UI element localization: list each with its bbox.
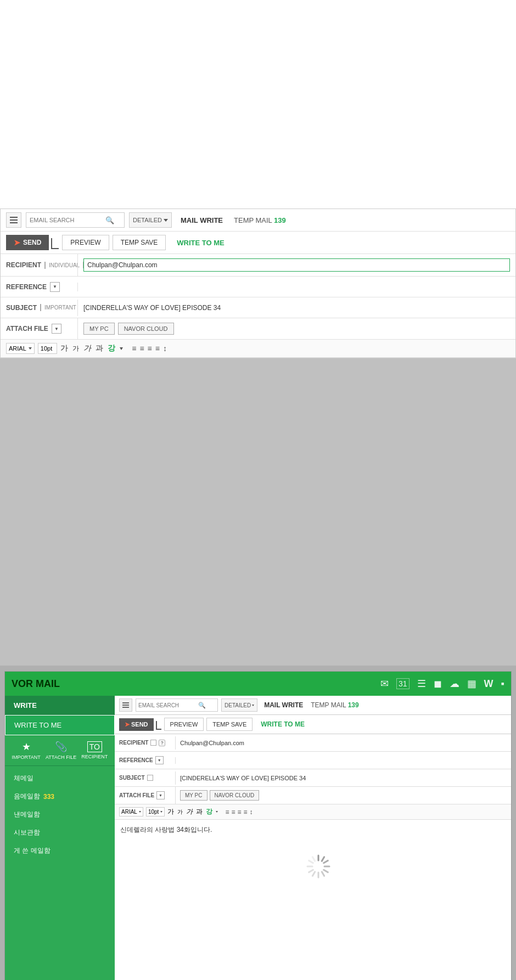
search-box-1: 🔍 <box>26 212 125 228</box>
sidebar-attach-icon[interactable]: 📎 ATTACH FILE <box>46 741 76 760</box>
grid-icon[interactable]: ▦ <box>467 678 476 690</box>
app-reference-dropdown-icon[interactable]: ▼ <box>155 756 164 764</box>
mail-icon[interactable]: ✉ <box>380 678 389 690</box>
app-align-right-button[interactable]: ≡ <box>237 808 241 816</box>
app-char-ga-italic[interactable]: 가 <box>186 807 193 816</box>
app-help-badge[interactable]: ? <box>159 740 165 746</box>
cloud-icon[interactable]: ☁ <box>450 678 459 690</box>
app-line-height-button[interactable]: ↕ <box>249 808 253 816</box>
app-char-gwa[interactable]: 과 <box>196 807 203 816</box>
app-attach-dropdown-icon[interactable]: ▼ <box>156 791 165 799</box>
app-recipient-row: RECIPIENT ? Chulpan@Chulpan.com <box>115 734 511 752</box>
app-detailed-button[interactable]: DETAILED <box>221 699 257 712</box>
send-button-1[interactable]: ➤ SEND <box>6 235 49 250</box>
korean-char-gang-1[interactable]: 강 <box>108 343 115 353</box>
font-select-1[interactable]: ARIAL <box>6 343 35 354</box>
font-arrow-icon-1 <box>29 347 32 350</box>
menu-button-1[interactable] <box>6 212 21 228</box>
attach-row-1: ATTACH FILE ▼ MY PC NAVOR CLOUD <box>1 318 515 340</box>
reference-dropdown-icon-1[interactable]: ▼ <box>50 282 60 292</box>
svg-line-10 <box>309 860 313 863</box>
align-justify-button-1[interactable]: ≡ <box>155 344 160 353</box>
size-select-1[interactable]: 10pt <box>38 343 57 354</box>
korean-char-ga-small-1[interactable]: 가 <box>72 344 79 353</box>
attach-dropdown-icon-1[interactable]: ▼ <box>52 324 61 334</box>
compose-panel-1: 🔍 DETAILED MAIL WRITE TEMP MAIL 139 ➤ SE… <box>0 209 516 358</box>
app-preview-button[interactable]: PREVIEW <box>164 718 204 731</box>
app-align-left-button[interactable]: ≡ <box>225 808 229 816</box>
reference-row-1: REFERENCE ▼ <box>1 277 515 297</box>
navor-cloud-button-1[interactable]: NAVOR CLOUD <box>118 323 174 335</box>
app-editor-body[interactable]: 신데렐라의 사랑법 34화입니다. <box>115 820 511 980</box>
app-char-ga[interactable]: 가 <box>167 807 174 816</box>
cursor-icon <box>51 238 59 249</box>
app-reference-row: REFERENCE ▼ <box>115 752 511 769</box>
sidebar-item-sibokwan[interactable]: 시보관함 <box>5 824 115 842</box>
svg-line-2 <box>324 860 328 863</box>
editor-toolbar-1: ARIAL 10pt 가 가 가 과 강 ≡ ≡ ≡ ≡ ↕ <box>1 340 515 358</box>
app-search-input[interactable] <box>136 702 197 708</box>
detailed-button-1[interactable]: DETAILED <box>129 212 172 228</box>
app-temp-save-button[interactable]: TEMP SAVE <box>206 718 253 731</box>
align-center-button-1[interactable]: ≡ <box>139 344 144 353</box>
app-search-icon[interactable]: 🔍 <box>197 702 207 709</box>
middle-spacer <box>0 358 516 666</box>
loading-spinner <box>305 853 332 882</box>
app-char-ga2[interactable]: 가 <box>177 808 183 816</box>
write-to-me-button-1[interactable]: WRITE TO ME <box>169 235 232 250</box>
app-editor-toolbar: ARIAL 10pt 가 가 가 과 강 <box>115 804 511 820</box>
korean-dropdown-icon-1[interactable] <box>120 347 123 350</box>
individual-checkbox-1[interactable] <box>44 262 46 269</box>
more-icon[interactable]: ▪ <box>501 678 504 690</box>
line-height-button-1[interactable]: ↕ <box>163 344 167 353</box>
app-menu-button[interactable] <box>119 699 132 712</box>
app-recipient-value: Chulpan@Chulpan.com <box>175 736 511 750</box>
app-korean-dropdown-icon[interactable] <box>216 811 218 813</box>
svg-line-11 <box>312 857 315 861</box>
app-font-select[interactable]: ARIAL <box>119 807 143 816</box>
sidebar-write-button[interactable]: WRITE <box>5 696 115 715</box>
notes-icon[interactable]: ◼ <box>434 678 442 690</box>
app-korean-chars: 가 가 가 과 강 <box>167 807 218 816</box>
app-navor-cloud-button[interactable]: NAVOR CLOUD <box>210 790 260 801</box>
app-send-arrow-icon: ➤ <box>125 721 130 728</box>
preview-button-1[interactable]: PREVIEW <box>62 235 109 250</box>
word-icon[interactable]: W <box>484 678 493 690</box>
temp-save-button-1[interactable]: TEMP SAVE <box>113 235 166 250</box>
app-send-button[interactable]: ➤ SEND <box>119 718 154 731</box>
korean-char-gwa-1[interactable]: 과 <box>96 343 103 353</box>
app-char-gang[interactable]: 강 <box>206 807 212 816</box>
app-align-center-button[interactable]: ≡ <box>231 808 235 816</box>
app-my-pc-button[interactable]: MY PC <box>180 790 207 801</box>
reference-value-1 <box>77 283 515 291</box>
sidebar-item-naenmail[interactable]: 낸메일함 <box>5 806 115 824</box>
app-size-select[interactable]: 10pt <box>146 807 165 816</box>
important-checkbox-1[interactable] <box>40 304 41 311</box>
align-left-button-1[interactable]: ≡ <box>132 344 136 353</box>
app-important-checkbox[interactable] <box>147 775 153 781</box>
app-align-justify-button[interactable]: ≡ <box>243 808 247 816</box>
attach-value-1: MY PC NAVOR CLOUD <box>77 318 515 339</box>
korean-char-ga-italic-1[interactable]: 가 <box>83 343 91 353</box>
korean-char-ga-1[interactable]: 가 <box>60 343 68 353</box>
app-detailed-arrow-icon <box>252 705 254 706</box>
app-attach-row: ATTACH FILE ▼ MY PC NAVOR CLOUD <box>115 787 511 804</box>
app-individual-checkbox[interactable] <box>150 740 156 746</box>
app-header: VOR MAIL ✉ 31 ☰ ◼ ☁ ▦ W ▪ <box>5 672 511 696</box>
search-input-1[interactable] <box>26 217 103 223</box>
app-subject-label: SUBJECT <box>115 771 175 784</box>
sidebar-write-to-me-button[interactable]: WRITE TO ME <box>5 715 115 735</box>
sidebar-recipient-icon[interactable]: TO RECIPIENT <box>81 741 108 759</box>
app-write-to-me-button[interactable]: WRITE TO ME <box>255 718 310 731</box>
list-icon[interactable]: ☰ <box>417 678 426 690</box>
recipient-input-1[interactable] <box>83 258 510 272</box>
calendar-icon[interactable]: 31 <box>396 678 410 689</box>
align-right-button-1[interactable]: ≡ <box>148 344 152 353</box>
sidebar-item-eummail[interactable]: 음메일함 333 <box>5 787 115 806</box>
search-icon-1[interactable]: 🔍 <box>103 216 116 224</box>
svg-line-7 <box>312 872 315 876</box>
my-pc-button-1[interactable]: MY PC <box>83 323 115 335</box>
sidebar-item-chememail[interactable]: 체메일 <box>5 769 115 787</box>
sidebar-item-gessunmail[interactable]: 게 쓴 메일함 <box>5 842 115 860</box>
sidebar-important-icon[interactable]: ★ IMPORTANT <box>12 741 41 760</box>
